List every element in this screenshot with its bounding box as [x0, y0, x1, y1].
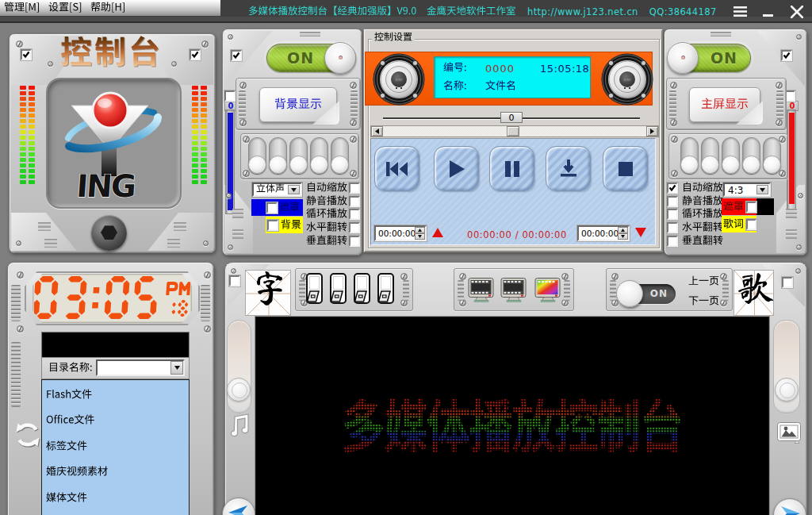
seek-thumb[interactable]: 0 — [500, 112, 523, 123]
dropdown-arrow-button[interactable] — [756, 185, 768, 194]
scroll-thumb[interactable] — [507, 126, 519, 136]
switch-toggle-2[interactable] — [330, 273, 347, 310]
hflip-checkbox[interactable] — [667, 222, 678, 233]
slider-knob[interactable] — [310, 156, 328, 174]
mark-out-icon[interactable] — [635, 228, 646, 237]
nav-back-icon — [227, 501, 251, 515]
toggle-ball[interactable] — [616, 280, 643, 307]
slider-knob[interactable] — [248, 156, 266, 174]
list-item-media[interactable]: 媒体文件 — [46, 492, 87, 505]
picture-icon[interactable] — [776, 420, 802, 448]
nav-forward-button[interactable] — [773, 498, 806, 515]
stop-button[interactable] — [603, 146, 648, 191]
load-button[interactable] — [546, 146, 591, 191]
slider-knob[interactable] — [269, 156, 287, 174]
dropdown-arrow-button[interactable] — [170, 361, 183, 375]
loop-checkbox[interactable] — [667, 209, 678, 220]
display-left-checkbox[interactable] — [229, 275, 240, 286]
mask-checkbox[interactable] — [746, 202, 756, 213]
list-item-office[interactable]: Office文件 — [46, 414, 95, 427]
caption-charbox[interactable]: 字 — [245, 270, 291, 316]
scroll-left-button[interactable] — [371, 126, 383, 136]
control-knob[interactable] — [91, 215, 127, 251]
nav-back-button[interactable] — [222, 498, 255, 515]
screw — [16, 40, 23, 48]
menu-item-help[interactable]: 帮助[H] — [86, 1, 130, 15]
prev-page-button[interactable]: 上一页 — [688, 276, 719, 287]
left-scroll-knob[interactable] — [227, 378, 251, 402]
right-scroll-knob[interactable] — [775, 378, 799, 402]
console-left-checkbox[interactable] — [21, 49, 32, 60]
slider-knob[interactable] — [722, 156, 740, 174]
music-note-icon[interactable] — [227, 413, 251, 444]
monitor-color-icon[interactable] — [534, 278, 561, 306]
power-knob[interactable] — [324, 42, 356, 74]
background-checkbox[interactable] — [267, 220, 278, 231]
vflip-checkbox[interactable] — [667, 236, 678, 247]
start-time-spinner[interactable]: 00:00:00 — [374, 225, 427, 241]
slider-knob[interactable] — [289, 156, 308, 174]
console-right-checkbox[interactable] — [190, 49, 201, 60]
notch-texture — [300, 32, 320, 37]
mixer-side-checkbox[interactable] — [224, 90, 236, 102]
aspect-ratio-dropdown[interactable]: 4:3 — [723, 183, 771, 197]
loop-checkbox[interactable] — [349, 209, 360, 220]
mute-checkbox[interactable] — [349, 196, 360, 207]
spinner-buttons[interactable] — [618, 227, 628, 240]
mixer-top-checkbox[interactable] — [781, 50, 792, 61]
list-item-flash[interactable]: Flash文件 — [46, 389, 93, 402]
end-time-spinner[interactable]: 00:00:00 — [577, 225, 630, 241]
autoscale-checkbox[interactable] — [349, 183, 360, 194]
mark-in-icon[interactable] — [432, 228, 443, 237]
scrollbar[interactable] — [370, 125, 659, 137]
switch-toggle-1[interactable] — [306, 273, 323, 310]
power-label: ON — [287, 49, 314, 67]
audio-mode-dropdown[interactable]: 立体声 — [252, 183, 302, 197]
autoscale-checkbox[interactable] — [667, 183, 678, 194]
slider-knob[interactable] — [331, 156, 349, 174]
slider-knob[interactable] — [701, 156, 719, 174]
mixer-top-checkbox[interactable] — [231, 50, 242, 61]
previous-button[interactable] — [374, 146, 419, 191]
spin-up-button[interactable] — [618, 227, 628, 233]
minimize-button[interactable] — [760, 3, 777, 21]
spinner-buttons[interactable] — [415, 227, 425, 240]
page-power-toggle[interactable]: ON — [622, 284, 676, 304]
dropdown-arrow-button[interactable] — [288, 185, 300, 194]
main-screen-button[interactable]: 主屏显示 — [689, 87, 760, 122]
monitor-mode-2-icon[interactable] — [500, 278, 527, 306]
lyrics-checkbox[interactable] — [746, 219, 756, 230]
background-display-button[interactable]: 背景显示 — [259, 87, 337, 122]
next-page-button[interactable]: 下一页 — [688, 296, 719, 307]
screw — [400, 273, 408, 280]
power-knob[interactable] — [667, 42, 699, 74]
song-charbox[interactable]: 歌 — [733, 270, 774, 316]
directory-combo[interactable] — [96, 359, 185, 376]
switch-toggle-4[interactable] — [377, 273, 394, 310]
display-right-checkbox[interactable] — [782, 277, 793, 288]
slider-knob[interactable] — [680, 156, 699, 174]
spin-up-button[interactable] — [415, 227, 425, 233]
window-menu-button[interactable] — [731, 3, 749, 21]
option-row-loop: 循环播放 — [306, 209, 360, 220]
vflip-checkbox[interactable] — [349, 236, 360, 247]
list-item-wedding[interactable]: 婚庆视频素材 — [46, 466, 108, 478]
mask-color-swatch[interactable] — [756, 198, 774, 215]
file-list[interactable]: Flash文件 Office文件 标签文件 婚庆视频素材 媒体文件 — [42, 380, 189, 515]
menu-item-settings[interactable]: 设置[S] — [44, 1, 86, 15]
hflip-checkbox[interactable] — [349, 222, 360, 233]
spin-down-button[interactable] — [618, 233, 628, 240]
pause-button[interactable] — [489, 146, 534, 191]
scroll-right-button[interactable] — [646, 126, 658, 136]
mask-checkbox[interactable] — [266, 202, 278, 213]
play-button[interactable] — [434, 146, 479, 191]
menu-item-manage[interactable]: 管理[M] — [0, 1, 44, 15]
list-item-tag[interactable]: 标签文件 — [46, 440, 87, 453]
mute-checkbox[interactable] — [667, 196, 678, 207]
spin-down-button[interactable] — [415, 233, 425, 240]
switch-toggle-3[interactable] — [354, 273, 370, 310]
refresh-icon[interactable] — [14, 421, 41, 452]
slider-knob[interactable] — [742, 156, 760, 174]
close-button[interactable] — [788, 3, 806, 21]
monitor-mode-1-icon[interactable] — [468, 278, 495, 306]
